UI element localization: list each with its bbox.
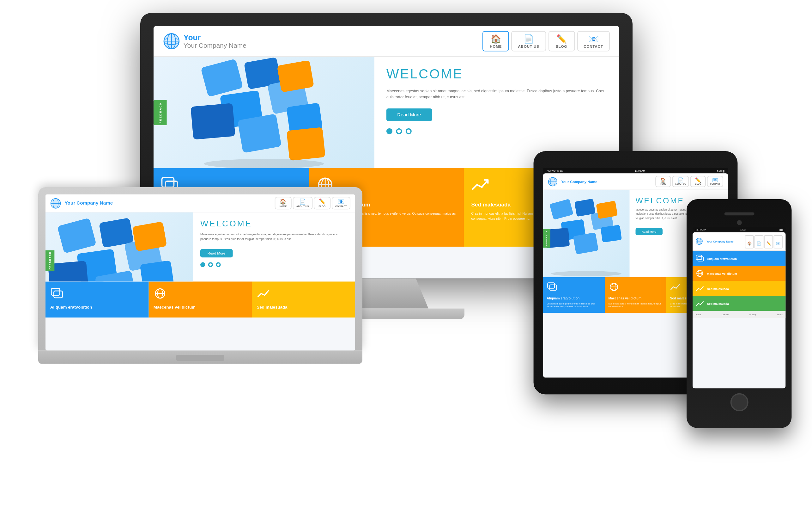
tablet-logo-text: Your Company Name (561, 180, 597, 183)
contact-icon: 📧 (588, 34, 599, 43)
laptop-feature-1-icon (50, 288, 144, 302)
laptop-nav-contact-label: CONTACT (335, 205, 347, 208)
tablet-contact-label: CONTACT (710, 183, 720, 185)
tablet-about-label: ABOUT US (675, 183, 686, 185)
laptop-about-icon: 📄 (299, 198, 306, 205)
laptop-screen: Your Company Name 🏠 HOME 📄 ABOUT US (46, 194, 355, 351)
phone-home-button[interactable] (730, 393, 748, 411)
nav-blog[interactable]: ✏️ BLOG (549, 31, 575, 52)
svg-rect-44 (549, 199, 574, 220)
laptop-read-more-button[interactable]: Read More (200, 249, 233, 257)
laptop-nav-about-label: ABOUT US (296, 205, 309, 208)
laptop-feature-1-title: Aliquam eratvolution (50, 305, 144, 309)
laptop-hero-title: WELCOME (200, 218, 348, 228)
tablet-home-label: HOME (660, 183, 666, 185)
tablet-feature-1-text: Vestibulum ante ipsum primis in faucibus… (547, 302, 601, 308)
read-more-button[interactable]: Read More (386, 108, 432, 121)
phone-logo-text: Your Company Name (706, 240, 734, 243)
phone-feature-2-title: Maecenas vel dictum (707, 272, 737, 275)
phone-feature-4: Sed malesuada (693, 296, 786, 311)
tablet-read-more-button[interactable]: Read More (636, 228, 663, 235)
about-icon: 📄 (524, 34, 534, 43)
phone-nav-home[interactable]: 🏠 (745, 235, 754, 248)
nav-home-label: HOME (490, 45, 502, 48)
laptop: Your Company Name 🏠 HOME 📄 ABOUT US (38, 187, 362, 364)
phone-feature-2: Maecenas vel dictum (693, 266, 786, 281)
phone-feature-1: Aliquam eratvolution (693, 251, 786, 266)
phone-logo-icon (696, 238, 703, 245)
svg-rect-51 (596, 201, 618, 219)
phone-time: 12:32 (740, 228, 746, 231)
tablet-contact-icon: 📧 (712, 178, 718, 183)
phone-footer-terms: Terms (777, 313, 783, 316)
svg-rect-16 (162, 178, 174, 187)
logo-your: Your (183, 32, 246, 42)
nav-about[interactable]: 📄 ABOUT US (512, 31, 546, 52)
laptop-nav-about[interactable]: 📄 ABOUT US (293, 197, 313, 209)
laptop-hero-image: FEEDBACK (46, 213, 193, 282)
phone-feature-4-icon (696, 299, 704, 307)
phone-about-icon: 📄 (757, 242, 761, 245)
tablet-feedback-tab[interactable]: FEEDBACK (543, 228, 550, 248)
phone-home-icon: 🏠 (747, 242, 751, 245)
nav-home[interactable]: 🏠 HOME (483, 31, 509, 52)
phone-footer-privacy: Privacy (749, 313, 756, 316)
laptop-features: Aliquam eratvolution Maecenas vel dictum (46, 281, 355, 318)
phone-header: Your Company Name 🏠 📄 ✏️ (693, 232, 786, 251)
svg-rect-10 (191, 103, 235, 140)
tablet-home-icon: 🏠 (660, 178, 666, 183)
svg-point-52 (551, 271, 621, 276)
phone-battery: ▓▓ (780, 228, 783, 231)
phone-feature-4-title: Sed malesuada (707, 302, 729, 305)
svg-rect-11 (238, 113, 282, 153)
laptop-nav-home[interactable]: 🏠 HOME (275, 197, 292, 209)
nav-contact[interactable]: 📧 CONTACT (577, 31, 610, 52)
phone-speaker (724, 213, 754, 216)
phone-network: NETWORK (696, 228, 706, 231)
feedback-tab[interactable]: FEEDBACK (153, 100, 167, 125)
tablet-feature-1-title: Aliquam eratvolution (547, 297, 601, 300)
phone-status-bar: NETWORK 12:32 ▓▓ (693, 227, 786, 232)
phone-blog-icon: ✏️ (766, 242, 771, 245)
phone-footer-contact: Contact (722, 313, 729, 316)
laptop-nav-contact[interactable]: 📧 CONTACT (332, 197, 350, 209)
phone-footer: Home Contact Privacy Terms (693, 311, 786, 318)
site-logo: Your Your Company Name (163, 32, 246, 50)
laptop-nav-blog[interactable]: ✏️ BLOG (314, 197, 330, 209)
phone-logo: Your Company Name (696, 238, 734, 245)
laptop-logo-text: Your Company Name (65, 200, 113, 206)
phone-nav-blog[interactable]: ✏️ (764, 235, 773, 248)
tablet-nav-blog[interactable]: ✏️ BLOG (690, 176, 706, 187)
phone-feature-3: Sed malesuada (693, 281, 786, 296)
laptop-feedback-tab[interactable]: FEEDBACK (46, 250, 55, 271)
laptop-dot-3 (216, 262, 221, 267)
phone-feature-1-icon (696, 254, 704, 263)
tablet-nav-contact[interactable]: 📧 CONTACT (707, 176, 723, 187)
tablet-tiles-svg (543, 190, 630, 277)
laptop-trackpad (176, 355, 224, 361)
laptop-hero: FEEDBACK (46, 213, 355, 282)
tablet-feature-2-text: Nulla odio purus, hendrerit ut facilisis… (609, 302, 663, 308)
laptop-logo-icon (50, 198, 61, 208)
laptop-nav-blog-label: BLOG (318, 205, 325, 208)
phone-feature-1-title: Aliquam eratvolution (707, 256, 737, 260)
laptop-tiles-svg (46, 213, 193, 282)
home-icon: 🏠 (491, 34, 501, 43)
phone-feature-3-icon (696, 284, 704, 293)
tablet-nav-home[interactable]: 🏠 HOME (655, 176, 671, 187)
tablet-nav: 🏠 HOME 📄 ABOUT US ✏️ BLOG (655, 176, 723, 187)
tablet-battery: 51% ▓ (717, 169, 724, 172)
laptop-feature-2-title: Maecenas vel dictum (153, 305, 247, 309)
phone-nav-contact[interactable]: 📧 (774, 235, 783, 248)
tablet-hero-image: FEEDBACK (543, 190, 630, 277)
phone-feature-2-icon (696, 269, 704, 277)
svg-rect-33 (132, 221, 167, 251)
svg-rect-54 (550, 285, 557, 290)
tablet-feature-2-icon (609, 282, 619, 292)
svg-rect-53 (548, 283, 555, 288)
phone-nav-about[interactable]: 📄 (754, 235, 764, 248)
tablet-nav-about[interactable]: 📄 ABOUT US (672, 176, 689, 187)
laptop-feature-2-icon (153, 288, 247, 302)
logo-company: Your Company Name (183, 42, 246, 49)
svg-rect-63 (698, 257, 704, 261)
